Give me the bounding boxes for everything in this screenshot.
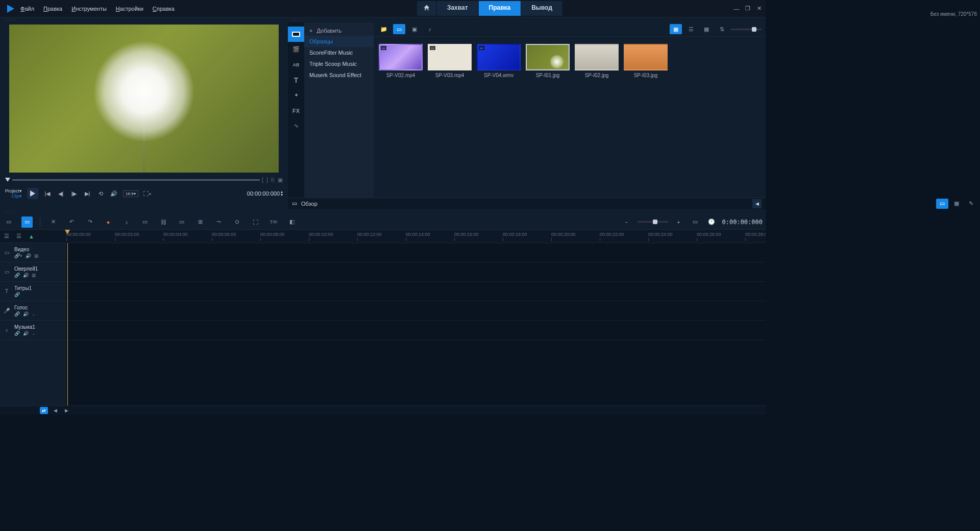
menu-help[interactable]: Справка xyxy=(153,6,175,12)
mute-icon[interactable]: 🔊 xyxy=(23,311,29,317)
go-end-button[interactable]: ▶| xyxy=(83,189,91,198)
next-frame-button[interactable]: |▶ xyxy=(70,189,78,198)
auto-music-icon[interactable]: ▭ xyxy=(139,216,151,228)
filter-audio-icon[interactable]: ♪ xyxy=(424,24,436,34)
preview-grip[interactable]: :::::::: xyxy=(0,17,288,22)
chapter-icon[interactable]: ▭ xyxy=(176,216,187,228)
chevron-down-icon[interactable]: ⌄ xyxy=(32,311,36,317)
menu-edit[interactable]: Правка xyxy=(43,6,62,12)
mark-out-icon[interactable]: ] xyxy=(266,177,268,183)
prev-frame-button[interactable]: ◀| xyxy=(57,189,65,198)
zoom-in-icon[interactable]: + xyxy=(673,216,684,228)
library-grip[interactable]: :::::::: xyxy=(288,17,766,22)
audio-mixer-icon[interactable]: ♪ xyxy=(121,216,132,228)
volume-icon[interactable]: 🔊 xyxy=(110,189,118,198)
link-icon[interactable]: 🔗 xyxy=(14,292,20,297)
tab-home[interactable] xyxy=(417,1,437,16)
fullscreen-icon[interactable]: ⛶▾ xyxy=(143,189,152,198)
aspect-ratio-selector[interactable]: 16:9▾ xyxy=(123,190,138,197)
track-header-video[interactable]: ▭ Видео🔗▾🔊▦ xyxy=(0,243,66,262)
scroll-right-icon[interactable]: ▶ xyxy=(62,407,70,414)
resize-icon[interactable]: ⛶ xyxy=(250,216,261,228)
mute-icon[interactable]: 🔊 xyxy=(23,273,29,278)
timeline-view-icon[interactable]: ▭ xyxy=(21,216,33,228)
vtab-graphics[interactable]: ✦ xyxy=(288,88,304,103)
play-button[interactable] xyxy=(27,188,38,199)
track-header-title[interactable]: T Титры1🔗 xyxy=(0,282,66,301)
minimize-button[interactable]: — xyxy=(733,5,740,12)
track-menu-icon[interactable]: ☰ xyxy=(4,233,9,239)
chevron-down-icon[interactable]: ⌄ xyxy=(32,331,36,336)
zoom-slider[interactable] xyxy=(638,221,668,223)
mute-icon[interactable]: 🔊 xyxy=(26,253,31,258)
media-thumb[interactable]: ▭SP-V03.mp4 xyxy=(428,44,472,78)
undo-icon[interactable]: ↶ xyxy=(66,216,77,228)
track-lane[interactable] xyxy=(66,262,766,282)
media-thumb[interactable]: ▭SP-V02.mp4 xyxy=(379,44,423,78)
record-icon[interactable]: ● xyxy=(103,216,114,228)
link-icon[interactable]: 🔗 xyxy=(14,331,20,336)
mask-icon[interactable]: ◧ xyxy=(286,216,298,228)
import-folder-icon[interactable]: 📁 xyxy=(378,24,390,34)
track-lane[interactable] xyxy=(66,282,766,301)
track-header-music[interactable]: ♪ Музыка1🔗🔊⌄ xyxy=(0,321,66,340)
view-list-icon[interactable]: ☰ xyxy=(685,24,697,34)
redo-icon[interactable]: ↷ xyxy=(84,216,95,228)
chain-icon[interactable]: ⛓ xyxy=(158,216,169,228)
media-thumb[interactable]: ▭SP-V04.wmv xyxy=(477,44,521,78)
fx-icon[interactable]: ▦ xyxy=(32,273,36,278)
scrub-bar[interactable]: [ ] ⎘ ▣ xyxy=(0,175,288,185)
pan-zoom-icon[interactable]: ⊙ xyxy=(231,216,242,228)
timeline-grip[interactable]: :::::::: xyxy=(0,209,766,214)
sort-icon[interactable]: ⇅ xyxy=(716,24,728,34)
track-header-voice[interactable]: 🎤 Голос🔗🔊⌄ xyxy=(0,301,66,321)
track-lane[interactable] xyxy=(66,321,766,340)
vtab-fx[interactable]: FX xyxy=(288,103,304,118)
vtab-paths[interactable]: ∿ xyxy=(288,118,304,134)
duration-icon[interactable]: 🕐 xyxy=(706,216,717,228)
fx-icon[interactable]: ▦ xyxy=(34,253,39,258)
zoom-out-icon[interactable]: − xyxy=(621,216,632,228)
track-motion-icon[interactable]: ⤳ xyxy=(213,216,224,228)
tools-icon[interactable]: ✕ xyxy=(47,216,59,228)
timeline-ruler[interactable]: 00:00:00:0000:00:02:0000:00:04:0000:00:0… xyxy=(66,230,766,243)
category-samples[interactable]: Образцы xyxy=(304,36,374,47)
loop-button[interactable]: ⟲ xyxy=(96,189,105,198)
track-lane[interactable] xyxy=(66,301,766,321)
scrub-marker-icon[interactable] xyxy=(5,178,10,182)
vtab-transitions[interactable]: 🎬 xyxy=(288,42,304,57)
filter-video-icon[interactable]: ▭ xyxy=(393,24,405,34)
vtab-text[interactable]: T xyxy=(288,73,304,88)
vtab-titles[interactable]: AB xyxy=(288,57,304,73)
close-button[interactable]: ✕ xyxy=(755,5,763,12)
menu-file[interactable]: Файл xyxy=(20,6,34,12)
snapshot-icon[interactable]: ▣ xyxy=(278,177,283,183)
fit-project-icon[interactable]: ▭ xyxy=(690,216,701,228)
tab-edit[interactable]: Правка xyxy=(479,1,522,16)
view-thumbnails-icon[interactable]: ▦ xyxy=(670,24,682,34)
media-thumb[interactable]: SP-I01.jpg xyxy=(526,44,570,78)
preview-viewport[interactable] xyxy=(9,25,279,173)
multi-trim-icon[interactable]: ⊞ xyxy=(194,216,206,228)
link-icon[interactable]: 🔗 xyxy=(14,311,20,317)
add-media-button[interactable]: + Добавить xyxy=(304,26,374,36)
filter-photo-icon[interactable]: ▣ xyxy=(408,24,421,34)
media-thumb[interactable]: SP-I02.jpg xyxy=(575,44,619,78)
track-options-icon[interactable]: ☰ xyxy=(16,233,21,239)
scroll-mode-icon[interactable]: ⇄ xyxy=(40,407,48,414)
link-icon[interactable]: 🔗▾ xyxy=(14,253,22,258)
category-scorefitter[interactable]: ScoreFitter Music xyxy=(304,47,374,58)
tab-capture[interactable]: Захват xyxy=(437,1,479,16)
3d-title-icon[interactable]: T3D xyxy=(268,216,279,228)
mute-icon[interactable]: 🔊 xyxy=(23,331,29,336)
media-thumb[interactable]: SP-I03.jpg xyxy=(624,44,668,78)
playback-mode-labels[interactable]: Project▾ Clip▾ xyxy=(5,188,22,199)
view-grid-icon[interactable]: ▦ xyxy=(700,24,713,34)
menu-settings[interactable]: Настройки xyxy=(116,6,143,12)
vtab-media[interactable] xyxy=(288,27,304,42)
scrub-track[interactable] xyxy=(12,180,260,180)
track-header-overlay[interactable]: ▭ Оверлей1🔗🔊▦ xyxy=(0,262,66,282)
collapse-sidebar-button[interactable]: ◀ xyxy=(752,199,762,208)
overview-icon[interactable]: ▭ xyxy=(292,200,297,207)
category-muserk[interactable]: Muserk Sound Effect xyxy=(304,69,374,81)
